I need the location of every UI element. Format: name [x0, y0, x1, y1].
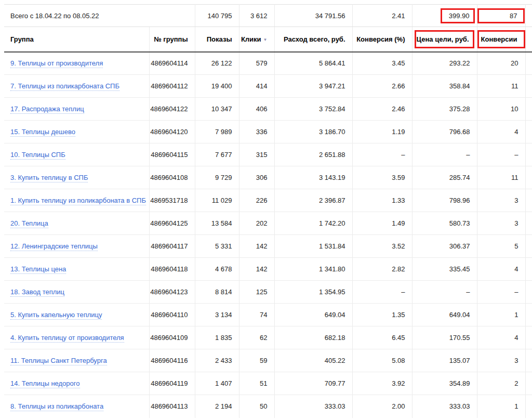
- table-row: 3. Купить теплицу в СПБ48696041089 72930…: [4, 166, 532, 189]
- group-link[interactable]: 18. Завод теплиц: [10, 288, 64, 297]
- column-header-clicks[interactable]: Клики▼: [239, 27, 274, 52]
- filler-cell: [525, 281, 532, 304]
- clicks-cell: 142: [239, 258, 274, 281]
- group-link[interactable]: 9. Теплицы от производителя: [10, 59, 103, 68]
- group-link[interactable]: 14. Теплицы недорого: [10, 379, 80, 388]
- group-id-cell: 4869604120: [149, 121, 195, 143]
- clicks-cell: 142: [239, 235, 274, 258]
- totals-conversion-rate: 2.41: [352, 5, 412, 27]
- group-id-cell: 4869604125: [149, 212, 195, 235]
- goal-cost-cell: 798.96: [412, 189, 477, 212]
- goal-cost-cell: 335.45: [412, 258, 477, 281]
- table-row: 8. Теплицы из поликарбоната48696041132 1…: [4, 395, 532, 418]
- column-header-group[interactable]: Группа: [4, 27, 149, 52]
- table-row: 7. Теплицы из поликарбоната СПБ486960411…: [4, 75, 532, 98]
- goal-cost-cell: 796.68: [412, 121, 477, 143]
- group-link[interactable]: 15. Теплицы дешево: [10, 128, 75, 137]
- goal-cost-cell: 285.74: [412, 166, 477, 189]
- group-link[interactable]: 7. Теплицы из поликарбоната СПБ: [10, 82, 119, 91]
- conversions-cell: 5: [477, 235, 525, 258]
- goal-cost-cell: –: [412, 143, 477, 166]
- clicks-cell: 59: [239, 349, 274, 372]
- table-row: 15. Теплицы дешево48696041207 9893363 18…: [4, 121, 532, 143]
- annotation-box-goal-cost-header: Цена цели, руб.: [415, 30, 474, 48]
- conversion-rate-cell: 2.46: [352, 98, 412, 121]
- filler-cell: [525, 372, 532, 395]
- cost-cell: 3 143.19: [274, 166, 352, 189]
- table-row: 9. Теплицы от производителя486960411426 …: [4, 52, 532, 75]
- group-id-cell: 4869604108: [149, 166, 195, 189]
- conversion-rate-cell: 1.35: [352, 304, 412, 326]
- column-header-goal-cost[interactable]: Цена цели, руб.: [412, 27, 477, 52]
- group-name-cell: 20. Теплица: [4, 212, 149, 235]
- filler-cell: [525, 304, 532, 326]
- clicks-cell: 125: [239, 281, 274, 304]
- totals-conversions-cell: 87: [477, 5, 525, 27]
- group-name-cell: 8. Теплицы из поликарбоната: [4, 395, 149, 418]
- group-name-cell: 1. Купить теплицу из поликарбоната в СПБ: [4, 189, 149, 212]
- group-link[interactable]: 10. Теплицы СПБ: [10, 151, 65, 160]
- cost-cell: 2 651.88: [274, 143, 352, 166]
- clicks-cell: 74: [239, 304, 274, 326]
- impressions-cell: 19 400: [195, 75, 239, 98]
- group-link[interactable]: 5. Купить капельную теплицу: [10, 311, 102, 320]
- conversions-cell: 2: [477, 372, 525, 395]
- annotation-box-conversions-total: 87: [477, 8, 525, 23]
- impressions-cell: 10 347: [195, 98, 239, 121]
- conversions-cell: 11: [477, 75, 525, 98]
- goal-cost-cell: 306.37: [412, 235, 477, 258]
- clicks-cell: 315: [239, 143, 274, 166]
- totals-period-label: Всего с 18.04.22 по 08.05.22: [4, 5, 195, 27]
- campaign-stats-table: Всего с 18.04.22 по 08.05.22 140 795 3 6…: [4, 4, 532, 418]
- group-link[interactable]: 3. Купить теплицу в СПБ: [10, 174, 88, 182]
- clicks-cell: 336: [239, 121, 274, 143]
- filler-cell: [525, 349, 532, 372]
- table-row: 4. Купить теплицу от производителя486960…: [4, 326, 532, 349]
- table-row: 14. Теплицы недорого48696041191 40751709…: [4, 372, 532, 395]
- conversions-cell: 3: [477, 349, 525, 372]
- group-link[interactable]: 13. Теплицы цена: [10, 265, 66, 274]
- group-link[interactable]: 8. Теплицы из поликарбоната: [10, 402, 103, 411]
- column-header-conversions[interactable]: Конверсии: [477, 27, 525, 52]
- column-header-cost[interactable]: Расход всего, руб.: [274, 27, 352, 52]
- clicks-cell: 579: [239, 52, 274, 75]
- clicks-cell: 202: [239, 212, 274, 235]
- impressions-cell: 3 134: [195, 304, 239, 326]
- column-header-conversion-rate[interactable]: Конверсия (%): [352, 27, 412, 52]
- conversions-cell: 1: [477, 304, 525, 326]
- group-name-cell: 12. Ленинградские теплицы: [4, 235, 149, 258]
- filler-cell: [525, 235, 532, 258]
- table-row: 10. Теплицы СПБ48696041157 6773152 651.8…: [4, 143, 532, 166]
- goal-cost-cell: 135.07: [412, 349, 477, 372]
- totals-clicks: 3 612: [239, 5, 274, 27]
- table-row: 17. Распродажа теплиц486960412210 347406…: [4, 98, 532, 121]
- conversions-cell: 20: [477, 52, 525, 75]
- impressions-cell: 4 678: [195, 258, 239, 281]
- clicks-cell: 406: [239, 98, 274, 121]
- clicks-cell: 62: [239, 326, 274, 349]
- goal-cost-cell: 354.89: [412, 372, 477, 395]
- group-link[interactable]: 4. Купить теплицу от производителя: [10, 334, 124, 343]
- impressions-cell: 11 029: [195, 189, 239, 212]
- conversions-cell: –: [477, 143, 525, 166]
- column-header-impressions[interactable]: Показы: [195, 27, 239, 52]
- column-header-group-id[interactable]: № группы: [149, 27, 195, 52]
- group-link[interactable]: 20. Теплица: [10, 219, 48, 228]
- filler-cell: [525, 75, 532, 98]
- table-row: 12. Ленинградские теплицы48696041175 331…: [4, 235, 532, 258]
- impressions-cell: 1 835: [195, 326, 239, 349]
- group-name-cell: 18. Завод теплиц: [4, 281, 149, 304]
- group-name-cell: 10. Теплицы СПБ: [4, 143, 149, 166]
- totals-goal-cost: 399.90: [449, 12, 470, 20]
- group-link[interactable]: 17. Распродажа теплиц: [10, 105, 84, 114]
- cost-cell: 1 531.84: [274, 235, 352, 258]
- group-id-cell: 4869604123: [149, 281, 195, 304]
- group-id-cell: 4869604109: [149, 326, 195, 349]
- group-link[interactable]: 1. Купить теплицу из поликарбоната в СПБ: [10, 197, 146, 205]
- group-link[interactable]: 11. Теплицы Санкт Петербурга: [10, 357, 107, 365]
- conversion-rate-cell: 2.00: [352, 395, 412, 418]
- conversions-cell: 1: [477, 395, 525, 418]
- table-row: 20. Теплица486960412513 5842021 742.201.…: [4, 212, 532, 235]
- group-link[interactable]: 12. Ленинградские теплицы: [10, 242, 98, 251]
- filler-cell: [525, 5, 532, 27]
